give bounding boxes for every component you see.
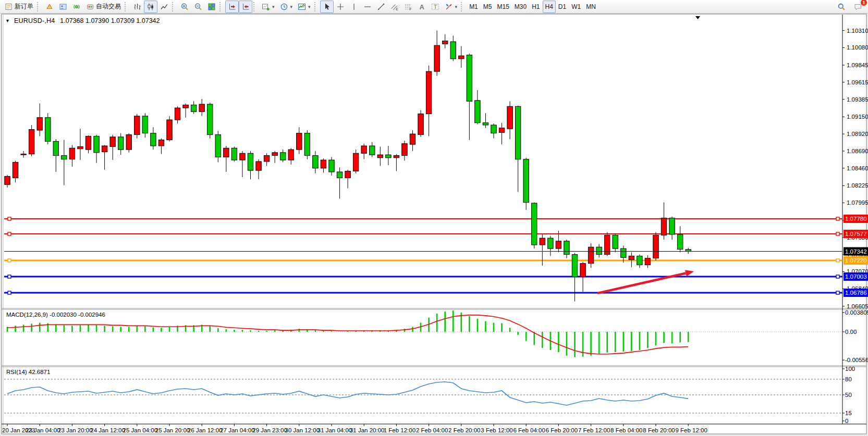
trendline-button[interactable] (374, 1, 388, 13)
candle-body (621, 248, 626, 257)
candle-body (207, 104, 213, 135)
zoom-in-button[interactable] (178, 1, 191, 13)
line-anchor-right[interactable] (836, 259, 839, 262)
toolbar-group-objects: EFAT▾ (320, 1, 460, 13)
time-tick-label: 6 Feb 20:00 (546, 427, 578, 433)
chat-button[interactable]: 1 (851, 1, 865, 13)
line-anchor-left[interactable] (8, 232, 11, 235)
macd-tick-label: -0.005569 (845, 357, 868, 363)
text-label-button[interactable]: T (429, 1, 442, 13)
horizontal-line-button[interactable] (361, 1, 374, 13)
line-anchor-right[interactable] (836, 217, 839, 220)
candle-body (499, 128, 504, 133)
candle-body (426, 71, 431, 114)
auto-trading-button[interactable]: 自动交易 (83, 1, 124, 13)
line-chart-button[interactable] (157, 1, 171, 13)
chart-title-bar: ▼ EURUSD-,H4 1.07368 1.07390 1.07309 1.0… (5, 17, 160, 24)
toolbar-group-trade: 新订单 (2, 1, 36, 13)
candle-body (69, 148, 75, 159)
toolbar-group-timeframes: M1M5M15M30H1H4D1W1MN (467, 1, 598, 13)
fibonacci-button[interactable]: F (401, 1, 415, 13)
candle-body (224, 148, 229, 157)
chart-window[interactable]: ▼ EURUSD-,H4 1.07368 1.07390 1.07309 1.0… (0, 14, 868, 436)
horizontal-line-icon (363, 3, 372, 11)
price-tick-label: 1.10080 (847, 44, 868, 51)
text-label-icon: T (431, 3, 439, 11)
timeframe-h4[interactable]: H4 (543, 1, 556, 13)
chart-window-frame (2, 14, 866, 434)
arrows-button[interactable]: ▾ (442, 1, 460, 13)
new-order-icon (5, 3, 13, 11)
price-tick-label: 1.08920 (847, 131, 868, 137)
navigator-icon (59, 3, 67, 11)
new-order-button-label: 新订单 (15, 2, 33, 11)
candle-body (677, 234, 682, 250)
candle-body (175, 108, 180, 120)
candlestick-button[interactable] (144, 1, 157, 13)
toolbar-group-windows: ▾▾▾ (259, 1, 313, 13)
channel-button[interactable]: E (388, 1, 401, 13)
toolbar-group-zoom (178, 1, 218, 13)
time-tick-label: 7 Feb 12:00 (578, 427, 610, 433)
candle-body (669, 218, 675, 234)
svg-text:1.06786: 1.06786 (845, 290, 867, 296)
line-anchor-right[interactable] (836, 232, 839, 235)
line-anchor-left[interactable] (8, 259, 11, 262)
candle-body (523, 159, 529, 203)
price-tick-label: 1.09385 (847, 96, 868, 103)
profiles-button[interactable]: ▾ (277, 1, 296, 13)
auto-scroll-icon (228, 3, 236, 11)
candle-body (191, 105, 196, 111)
trendline-icon (377, 3, 385, 11)
vertical-line-button[interactable] (347, 1, 361, 13)
candle-body (297, 133, 302, 150)
one-click-trading-toggle[interactable]: ▼ (5, 18, 10, 23)
candle-body (353, 153, 358, 171)
chart-shift-button[interactable] (239, 1, 252, 13)
text-button[interactable]: A (415, 1, 429, 13)
line-anchor-left[interactable] (8, 291, 11, 294)
price-tick-label: 1.09150 (847, 114, 868, 120)
search-button[interactable] (835, 1, 848, 13)
time-tick-label: 8 Feb 04:00 (610, 427, 642, 433)
indicators-icon (298, 3, 306, 11)
timeframe-m5[interactable]: M5 (481, 1, 495, 13)
line-anchor-left[interactable] (8, 275, 11, 278)
toolbar-group-panels: 自动交易 (43, 1, 124, 13)
new-order-button[interactable]: 新订单 (2, 1, 36, 13)
navigator-button[interactable] (56, 1, 70, 13)
timeframe-m30[interactable]: M30 (512, 1, 529, 13)
line-anchor-left[interactable] (8, 217, 11, 220)
candle-body (467, 55, 472, 102)
candle-body (135, 116, 140, 135)
timeframe-d1[interactable]: D1 (556, 1, 569, 13)
chart-canvas[interactable]: 1.103101.100801.098451.096151.093851.091… (0, 14, 868, 436)
new-chart-button[interactable]: ▾ (259, 1, 277, 13)
crosshair-icon (336, 3, 345, 11)
rsi-indicator-label: RSI(14) 42.6871 (6, 369, 50, 375)
timeframe-w1[interactable]: W1 (569, 1, 583, 13)
timeframe-mn[interactable]: MN (583, 1, 598, 13)
timeframe-h1[interactable]: H1 (529, 1, 542, 13)
bar-chart-button[interactable] (130, 1, 144, 13)
tile-windows-button[interactable] (205, 1, 218, 13)
zoom-out-button[interactable] (191, 1, 205, 13)
cursor-button[interactable] (320, 1, 334, 13)
candle-body (199, 104, 204, 111)
crosshair-button[interactable] (334, 1, 347, 13)
candle-body (337, 172, 342, 178)
timeframe-m15[interactable]: M15 (494, 1, 511, 13)
candle-body (248, 153, 253, 170)
indicators-button[interactable]: ▾ (295, 1, 313, 13)
candle-body (167, 120, 172, 140)
line-anchor-right[interactable] (836, 275, 839, 278)
market-watch-button[interactable] (43, 1, 56, 13)
line-anchor-right[interactable] (836, 291, 839, 294)
signals-button[interactable] (70, 1, 83, 13)
auto-scroll-button[interactable] (225, 1, 239, 13)
timeframe-m1[interactable]: M1 (467, 1, 481, 13)
time-tick-label: 31 Jan 04:00 (317, 427, 352, 433)
candle-body (475, 101, 480, 123)
candle-body (459, 56, 464, 59)
candle-body (548, 238, 553, 248)
